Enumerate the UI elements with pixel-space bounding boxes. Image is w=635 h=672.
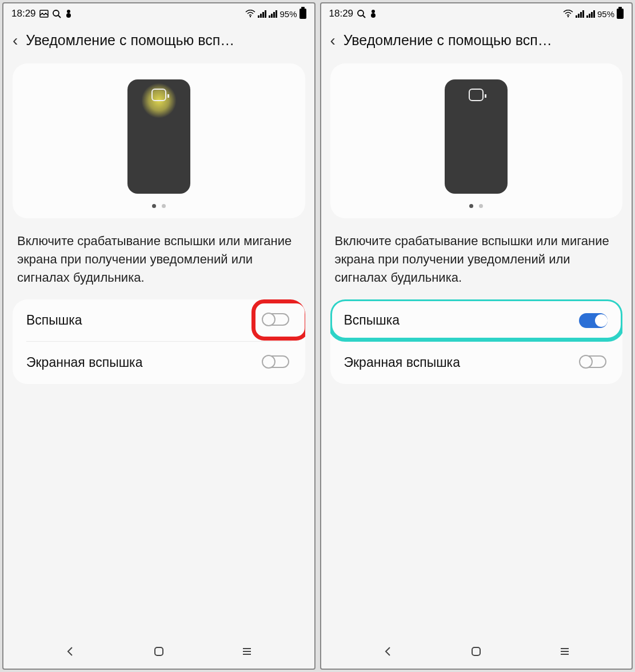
option-row-screen-flash[interactable]: Экранная вспышка <box>13 342 305 384</box>
battery-icon <box>617 9 624 19</box>
nav-recents-icon[interactable] <box>558 645 571 660</box>
pager-dot[interactable] <box>162 204 166 208</box>
svg-point-1 <box>53 10 59 16</box>
screen-flash-toggle[interactable] <box>262 354 291 371</box>
option-label-screen-flash: Экранная вспышка <box>344 355 460 370</box>
illustration-card[interactable] <box>13 63 305 218</box>
phone-screen-left: 18:29 95% ‹ Уведомл <box>2 2 315 670</box>
phone-back-graphic <box>445 79 508 194</box>
pager-dot-active[interactable] <box>469 204 473 208</box>
flash-toggle[interactable] <box>262 312 291 329</box>
snowman-icon <box>65 9 73 18</box>
svg-point-4 <box>66 13 71 18</box>
nav-recents-icon[interactable] <box>241 645 253 660</box>
back-icon[interactable]: ‹ <box>330 33 336 49</box>
status-time: 18:29 <box>329 8 354 19</box>
status-bar: 18:29 95% <box>3 3 314 24</box>
page-title: Уведомление с помощью всп… <box>344 32 622 49</box>
search-icon <box>357 9 366 18</box>
pager-dot[interactable] <box>479 204 483 208</box>
signal-icon-1 <box>576 10 584 18</box>
nav-bar <box>3 637 314 669</box>
battery-percent: 95% <box>279 9 297 19</box>
description-text: Включите срабатывание вспышки или мигани… <box>321 227 632 299</box>
option-row-flash[interactable]: Вспышка <box>330 299 623 342</box>
svg-line-11 <box>363 15 365 18</box>
pager-dots <box>152 204 166 208</box>
svg-rect-15 <box>472 647 480 655</box>
svg-point-5 <box>250 16 251 17</box>
nav-back-icon[interactable] <box>64 645 77 660</box>
snowman-icon <box>369 9 377 18</box>
wifi-icon <box>563 10 573 18</box>
phone-screen-right: 18:29 95% ‹ Уведомление с помощью всп… <box>320 2 633 670</box>
svg-point-13 <box>371 13 376 18</box>
svg-point-10 <box>358 10 364 16</box>
option-label-flash: Вспышка <box>26 313 82 328</box>
battery-percent: 95% <box>597 9 614 19</box>
header: ‹ Уведомление с помощью всп… <box>3 24 314 59</box>
screen-flash-toggle[interactable] <box>579 354 609 371</box>
option-label-screen-flash: Экранная вспышка <box>26 355 142 370</box>
status-time: 18:29 <box>11 8 36 19</box>
gallery-icon <box>39 9 49 18</box>
signal-icon-2 <box>586 10 595 18</box>
illustration-card[interactable] <box>330 63 623 218</box>
back-icon[interactable]: ‹ <box>13 33 18 49</box>
page-title: Уведомление с помощью всп… <box>26 32 305 49</box>
options-card: Вспышка Экранная вспышка <box>13 299 305 384</box>
camera-icon <box>151 89 166 101</box>
svg-point-12 <box>372 10 375 13</box>
option-row-flash[interactable]: Вспышка <box>13 299 305 342</box>
camera-icon <box>469 89 484 101</box>
phone-back-graphic <box>127 79 190 194</box>
svg-line-2 <box>58 15 61 18</box>
signal-icon-1 <box>258 10 266 18</box>
pager-dots <box>469 204 483 208</box>
search-icon <box>52 9 61 18</box>
signal-icon-2 <box>269 10 277 18</box>
nav-home-icon[interactable] <box>153 645 165 660</box>
svg-point-14 <box>568 16 569 17</box>
pager-dot-active[interactable] <box>152 204 156 208</box>
description-text: Включите срабатывание вспышки или мигани… <box>3 227 314 299</box>
nav-bar <box>321 637 632 669</box>
status-bar: 18:29 95% <box>321 3 632 24</box>
option-row-screen-flash[interactable]: Экранная вспышка <box>330 342 623 384</box>
header: ‹ Уведомление с помощью всп… <box>321 24 632 59</box>
svg-point-3 <box>67 10 70 13</box>
wifi-icon <box>245 10 255 18</box>
options-card: Вспышка Экранная вспышка <box>330 299 623 384</box>
flash-toggle[interactable] <box>579 312 609 329</box>
nav-back-icon[interactable] <box>382 645 394 660</box>
option-label-flash: Вспышка <box>344 313 400 328</box>
battery-icon <box>299 9 306 19</box>
nav-home-icon[interactable] <box>470 645 482 660</box>
svg-rect-6 <box>155 647 163 655</box>
